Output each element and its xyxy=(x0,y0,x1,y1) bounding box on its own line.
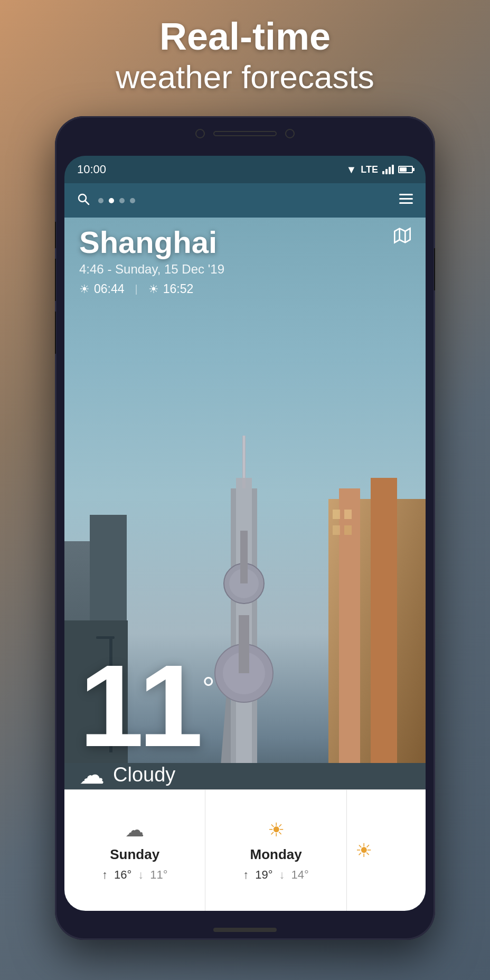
condition-text: Cloudy xyxy=(113,764,175,786)
temperature-value: 11 xyxy=(79,657,198,756)
forecast-icon-tuesday: ☀ xyxy=(355,840,372,862)
sunrise-time: ☀ 06:44 xyxy=(79,282,125,296)
divider: | xyxy=(135,283,138,295)
forecast-temps-sunday: ↑ 16° ↓ 11° xyxy=(102,868,168,882)
home-indicator xyxy=(213,928,277,932)
sunset-time: ☀ 16:52 xyxy=(148,282,194,296)
temp-up-icon: ↑ xyxy=(102,868,108,882)
city-info: Shanghai 4:46 - Sunday, 15 Dec '19 ☀ 06:… xyxy=(79,224,224,296)
sunrise-icon: ☀ xyxy=(79,282,90,296)
sunrise-value: 06:44 xyxy=(94,282,125,296)
svg-rect-26 xyxy=(243,436,245,478)
speaker-bar xyxy=(213,131,277,136)
svg-rect-14 xyxy=(344,510,352,519)
phone-screen: 10:00 ▼ LTE xyxy=(64,156,426,911)
volume-down-button xyxy=(55,312,56,354)
app-header xyxy=(64,183,426,218)
map-icon[interactable] xyxy=(394,227,411,248)
temperature-display: 11 ° xyxy=(79,657,411,756)
temp-up-icon-mon: ↑ xyxy=(243,868,249,882)
svg-rect-3 xyxy=(399,198,413,200)
temperature-unit: ° xyxy=(202,673,215,704)
mute-button xyxy=(55,222,56,248)
forecast-icon-sunday: ☁ xyxy=(125,819,144,841)
weather-condition: ☁ Cloudy xyxy=(79,760,411,789)
city-name: Shanghai xyxy=(79,224,224,260)
camera-area xyxy=(195,129,295,138)
volume-up-button xyxy=(55,259,56,301)
sunset-value: 16:52 xyxy=(163,282,194,296)
signal-bar-1 xyxy=(382,171,384,174)
battery-icon xyxy=(398,166,413,173)
svg-marker-31 xyxy=(394,229,410,243)
page-dot-1[interactable] xyxy=(98,198,103,203)
forecast-card-tuesday: ☀ xyxy=(347,789,426,911)
forecast-high-monday: 19° xyxy=(255,868,272,882)
page-dot-3[interactable] xyxy=(119,198,125,203)
svg-rect-4 xyxy=(399,202,413,204)
weather-info: 11 ° ☁ Cloudy xyxy=(64,657,426,789)
signal-bar-2 xyxy=(385,169,388,174)
power-button xyxy=(434,248,435,290)
signal-bar-4 xyxy=(392,165,394,174)
forecast-icon-monday: ☀ xyxy=(268,819,285,841)
svg-rect-2 xyxy=(399,194,413,195)
svg-rect-16 xyxy=(344,525,352,535)
signal-bar-3 xyxy=(389,167,391,174)
svg-rect-28 xyxy=(240,531,248,583)
lte-icon: LTE xyxy=(361,164,378,175)
svg-rect-13 xyxy=(333,510,340,519)
cloud-icon: ☁ xyxy=(79,760,105,789)
sun-times: ☀ 06:44 | ☀ 16:52 xyxy=(79,282,224,296)
search-icon[interactable] xyxy=(77,193,90,209)
svg-rect-15 xyxy=(333,525,340,535)
forecast-day-sunday: Sunday xyxy=(110,846,159,863)
city-datetime: 4:46 - Sunday, 15 Dec '19 xyxy=(79,262,224,277)
forecast-high-sunday: 16° xyxy=(114,868,131,882)
forecast-low-monday: 14° xyxy=(291,868,309,882)
status-bar: 10:00 ▼ LTE xyxy=(64,156,426,183)
signal-bars xyxy=(382,165,394,174)
status-time: 10:00 xyxy=(77,163,106,176)
sunset-icon: ☀ xyxy=(148,282,159,296)
page-dot-2[interactable] xyxy=(109,198,114,203)
forecast-temps-monday: ↑ 19° ↓ 14° xyxy=(243,868,309,882)
svg-rect-9 xyxy=(96,636,115,639)
forecast-card-monday: ☀ Monday ↑ 19° ↓ 14° xyxy=(205,789,346,911)
page-dots xyxy=(98,198,135,203)
battery-fill xyxy=(400,167,407,172)
phone-frame: 10:00 ▼ LTE xyxy=(55,116,435,940)
hero-section: Real-time weather forecasts xyxy=(0,16,490,97)
forecast-strip: ☁ Sunday ↑ 16° ↓ 11° ☀ Monday ↑ 19° ↓ 14… xyxy=(64,789,426,911)
page-dot-4[interactable] xyxy=(130,198,135,203)
camera-dot xyxy=(195,129,205,138)
hero-title: Real-time xyxy=(0,16,490,58)
forecast-card-sunday: ☁ Sunday ↑ 16° ↓ 11° xyxy=(64,789,205,911)
hero-subtitle: weather forecasts xyxy=(0,58,490,97)
status-icons: ▼ LTE xyxy=(346,164,413,176)
sensor-dot xyxy=(285,129,295,138)
temp-down-icon-mon: ↓ xyxy=(279,868,285,882)
temp-down-icon: ↓ xyxy=(138,868,144,882)
forecast-low-sunday: 11° xyxy=(150,868,167,882)
forecast-day-monday: Monday xyxy=(250,846,301,863)
menu-icon[interactable] xyxy=(399,194,413,208)
wifi-icon: ▼ xyxy=(346,164,357,176)
header-left xyxy=(77,193,135,209)
svg-line-1 xyxy=(85,201,89,204)
